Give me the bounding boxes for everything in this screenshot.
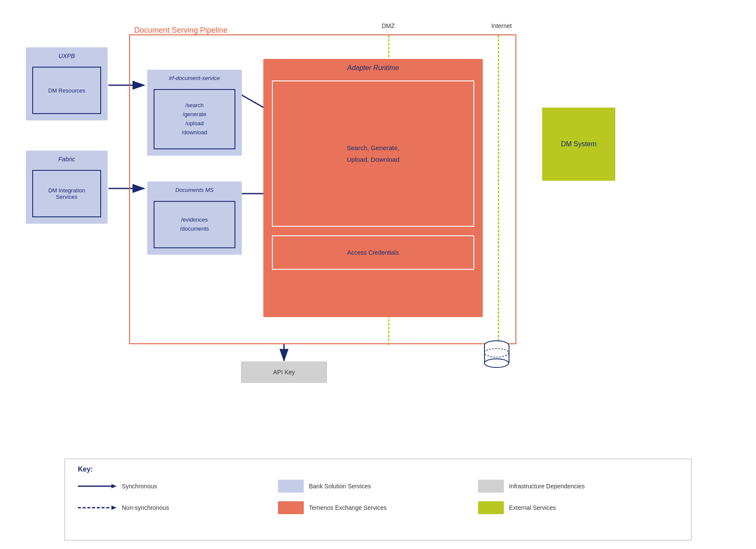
dmz-label: DMZ — [382, 22, 395, 29]
diagram-area: Document Serving Pipeline DMZ Internet l… — [13, 13, 743, 454]
dm-system-label: DM System — [561, 140, 597, 148]
key-item-external: External Services — [478, 501, 678, 514]
key-grid: Synchronous Bank Solution Services Infra… — [78, 480, 678, 514]
infra-label: Infrastructure Dependencies — [509, 483, 585, 490]
api-key-box: API Key — [241, 361, 327, 383]
documents-ms-endpoints: /evidences/documents — [180, 216, 209, 234]
internet-label: Internet — [491, 22, 512, 29]
fabric-label: Fabric — [26, 156, 108, 163]
key-item-sync: Synchronous — [78, 480, 278, 493]
access-credentials-box: Access Credentials — [272, 235, 474, 270]
uxpb-label: UXPB — [26, 52, 108, 59]
documents-ms-label: Documents MS — [147, 187, 242, 193]
infra-color — [478, 480, 504, 493]
access-credentials-label: Access Credentials — [347, 249, 399, 256]
lrf-service-label: lrf-document-service — [147, 75, 242, 81]
temenos-color — [278, 501, 304, 514]
bank-solution-color — [278, 480, 304, 493]
temenos-label: Temenos Exchange Services — [309, 504, 387, 511]
pipeline-box: Document Serving Pipeline DMZ Internet l… — [129, 34, 516, 344]
pipeline-label: Document Serving Pipeline — [134, 26, 228, 35]
dm-system-box: DM System — [542, 108, 615, 181]
bank-solution-label: Bank Solution Services — [309, 483, 371, 490]
documents-ms-box: Documents MS /evidences/documents — [147, 182, 242, 255]
nonsync-arrow-icon — [78, 504, 117, 512]
key-box: Key: Synchronous Bank Solution Services … — [65, 459, 691, 540]
sync-label: Synchronous — [122, 483, 157, 490]
key-item-bank: Bank Solution Services — [278, 480, 478, 493]
adapter-inner-top: Search, Generate,Upload, Download — [272, 80, 474, 227]
key-item-temenos: Temenos Exchange Services — [278, 501, 478, 514]
fabric-box: Fabric DM IntegrationServices — [26, 151, 108, 224]
fabric-inner: DM IntegrationServices — [32, 170, 101, 217]
svg-marker-15 — [111, 484, 117, 488]
svg-marker-17 — [111, 506, 117, 510]
internet-line — [498, 35, 499, 345]
adapter-inner-top-label: Search, Generate,Upload, Download — [347, 142, 400, 165]
uxpb-box: UXPB DM Resources — [26, 47, 108, 120]
uxpb-inner: DM Resources — [32, 67, 101, 114]
sync-arrow-icon — [78, 482, 117, 490]
adapter-runtime-box: Adapter Runtime Search, Generate,Upload,… — [263, 59, 483, 317]
external-label: External Services — [509, 504, 556, 511]
fabric-inner-label: DM IntegrationServices — [48, 187, 85, 200]
lrf-service-box: lrf-document-service /search/generate/up… — [147, 70, 242, 156]
nonsync-label: Non-synchronous — [122, 504, 169, 511]
external-color — [478, 501, 504, 514]
uxpb-inner-label: DM Resources — [48, 87, 85, 94]
svg-point-12 — [484, 359, 509, 367]
key-item-nonsync: Non-synchronous — [78, 501, 278, 514]
documents-ms-inner: /evidences/documents — [154, 201, 235, 248]
lrf-service-endpoints: /search/generate/upload/download — [182, 101, 207, 137]
key-title: Key: — [78, 466, 678, 473]
key-item-infra: Infrastructure Dependencies — [478, 480, 678, 493]
database-icon — [483, 340, 511, 370]
adapter-runtime-label: Adapter Runtime — [263, 64, 483, 72]
api-key-label: API Key — [273, 369, 295, 376]
lrf-service-inner: /search/generate/upload/download — [154, 89, 235, 149]
